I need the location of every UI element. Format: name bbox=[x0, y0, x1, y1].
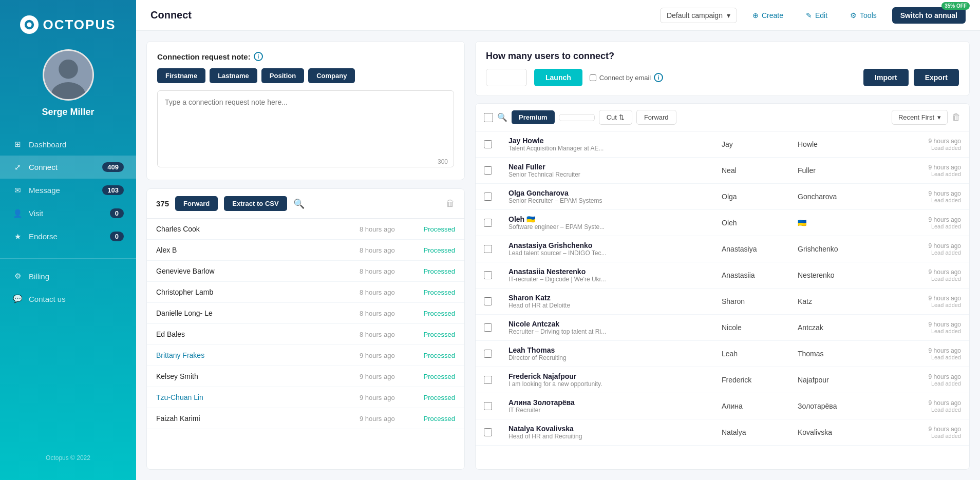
user-last-name: Katz bbox=[798, 297, 880, 305]
company-tag-button[interactable]: Company bbox=[308, 68, 355, 83]
list-item[interactable]: Danielle Long- Le 8 hours ago Processed bbox=[147, 303, 464, 324]
firstname-tag-button[interactable]: Firstname bbox=[157, 68, 205, 83]
table-row[interactable]: Neal Fuller Senior Technical Recruiter N… bbox=[476, 158, 969, 184]
user-first-name: Sharon bbox=[722, 297, 794, 305]
note-textarea[interactable] bbox=[157, 90, 454, 167]
table-row[interactable]: Oleh 🇺🇦 Software engineer – EPAM Syste..… bbox=[476, 210, 969, 236]
user-checkbox[interactable] bbox=[484, 428, 492, 436]
switch-annual-button[interactable]: 35% OFF Switch to annual bbox=[892, 7, 966, 24]
list-item[interactable]: Tzu-Chuan Lin 9 hours ago Processed bbox=[147, 387, 464, 408]
tools-button[interactable]: ⚙ Tools bbox=[843, 8, 884, 23]
premium-filter-button[interactable]: Premium bbox=[512, 110, 555, 124]
user-full-name: Natalya Kovalivska bbox=[508, 425, 718, 433]
lastname-tag-button[interactable]: Lastname bbox=[210, 68, 257, 83]
list-item-time: 8 hours ago bbox=[360, 289, 406, 296]
list-item[interactable]: Faizah Karimi 9 hours ago Processed bbox=[147, 408, 464, 429]
user-checkbox[interactable] bbox=[484, 323, 492, 332]
import-button[interactable]: Import bbox=[863, 69, 909, 86]
position-tag-button[interactable]: Position bbox=[261, 68, 304, 83]
connect-email-label[interactable]: Connect by email i bbox=[590, 73, 663, 82]
export-button[interactable]: Export bbox=[914, 69, 959, 86]
discount-badge: 35% OFF bbox=[941, 2, 970, 10]
user-info: Natalya Kovalivska Head of HR and Recrui… bbox=[508, 425, 718, 440]
table-row[interactable]: Nicole Antczak Recruiter – Driving top t… bbox=[476, 315, 969, 341]
table-row[interactable]: Anastasiia Nesterenko IT-recruiter – Dig… bbox=[476, 262, 969, 289]
user-checkbox[interactable] bbox=[484, 376, 492, 384]
logo: OCTOPUS bbox=[20, 15, 116, 34]
user-title: IT Recruiter bbox=[508, 407, 611, 414]
sidebar-item-contact[interactable]: 💬 Contact us bbox=[0, 287, 136, 310]
cut-button[interactable]: Cut ⇅ bbox=[599, 110, 632, 125]
user-checkbox[interactable] bbox=[484, 219, 492, 227]
user-last-name: Grishchenko bbox=[798, 245, 880, 253]
user-lead-status: Lead added bbox=[931, 328, 961, 334]
sidebar-item-connect[interactable]: ⤢ Connect 409 bbox=[0, 156, 136, 179]
user-last-name: Howle bbox=[798, 140, 880, 148]
search-icon[interactable]: 🔍 bbox=[293, 198, 305, 209]
table-row[interactable]: Frederick Najafpour I am looking for a n… bbox=[476, 367, 969, 393]
list-item[interactable]: Christopher Lamb 8 hours ago Processed bbox=[147, 282, 464, 303]
user-time-ago: 9 hours ago bbox=[929, 190, 961, 197]
list-item[interactable]: Charles Cook 8 hours ago Processed bbox=[147, 219, 464, 240]
connect-email-info-icon[interactable]: i bbox=[654, 73, 663, 82]
sidebar-item-message[interactable]: ✉ Message 103 bbox=[0, 179, 136, 202]
user-checkbox[interactable] bbox=[484, 140, 492, 148]
table-row[interactable]: Jay Howle Talent Acquisition Manager at … bbox=[476, 131, 969, 158]
table-trash-icon[interactable]: 🗑 bbox=[952, 112, 961, 123]
sidebar-item-endorse[interactable]: ★ Endorse 0 bbox=[0, 225, 136, 248]
info-icon[interactable]: i bbox=[254, 52, 263, 61]
user-count-input[interactable] bbox=[486, 69, 527, 86]
table-row[interactable]: Natalya Kovalivska Head of HR and Recrui… bbox=[476, 419, 969, 446]
user-checkbox[interactable] bbox=[484, 402, 492, 410]
forward-button[interactable]: Forward bbox=[175, 196, 218, 211]
extract-csv-button[interactable]: Extract to CSV bbox=[224, 196, 287, 211]
list-item[interactable]: Genevieve Barlow 8 hours ago Processed bbox=[147, 261, 464, 282]
launch-button[interactable]: Launch bbox=[534, 69, 582, 86]
user-info: Neal Fuller Senior Technical Recruiter bbox=[508, 163, 718, 178]
message-badge: 103 bbox=[102, 185, 124, 195]
list-item-name: Charles Cook bbox=[156, 225, 351, 233]
user-checkbox[interactable] bbox=[484, 245, 492, 253]
user-checkbox[interactable] bbox=[484, 271, 492, 279]
sort-select[interactable]: Recent First ▾ bbox=[892, 110, 948, 125]
table-row[interactable]: Anastasiya Grishchenko Lead talent sourc… bbox=[476, 236, 969, 262]
table-row[interactable]: Sharon Katz Head of HR at Deloitte Sharo… bbox=[476, 289, 969, 315]
edit-button[interactable]: ✎ Edit bbox=[799, 8, 835, 23]
list-item-status: Processed bbox=[414, 310, 455, 317]
table-row[interactable]: Leah Thomas Director of Recruiting Leah … bbox=[476, 341, 969, 367]
list-item[interactable]: Kelsey Smith 9 hours ago Processed bbox=[147, 366, 464, 387]
message-icon: ✉ bbox=[12, 186, 23, 195]
create-button[interactable]: ⊕ Create bbox=[745, 8, 790, 23]
visit-icon: 👤 bbox=[12, 209, 23, 218]
user-first-name: Natalya bbox=[722, 428, 794, 436]
list-item[interactable]: Alex B 8 hours ago Processed bbox=[147, 240, 464, 261]
select-all-checkbox[interactable] bbox=[484, 113, 493, 122]
user-checkbox[interactable] bbox=[484, 297, 492, 305]
list-item-status: Processed bbox=[414, 246, 455, 254]
sidebar-item-dashboard[interactable]: ⊞ Dashboard bbox=[0, 133, 136, 156]
user-lead-status: Lead added bbox=[931, 354, 961, 360]
user-checkbox[interactable] bbox=[484, 193, 492, 201]
list-item-status: Processed bbox=[414, 415, 455, 423]
list-item-name: Brittany Frakes bbox=[156, 351, 351, 359]
user-checkbox[interactable] bbox=[484, 350, 492, 358]
table-search-icon[interactable]: 🔍 bbox=[497, 112, 507, 122]
filter-inactive-button[interactable] bbox=[559, 114, 595, 121]
list-item[interactable]: Brittany Frakes 9 hours ago Processed bbox=[147, 345, 464, 366]
delete-icon[interactable]: 🗑 bbox=[446, 198, 455, 209]
user-checkbox[interactable] bbox=[484, 166, 492, 175]
table-row[interactable]: Olga Goncharova Senior Recruiter – EPAM … bbox=[476, 184, 969, 210]
note-textarea-wrapper: 300 bbox=[157, 90, 454, 169]
connect-email-checkbox[interactable] bbox=[590, 74, 596, 81]
user-lead-status: Lead added bbox=[931, 433, 961, 439]
user-title: Senior Recruiter – EPAM Systems bbox=[508, 197, 611, 204]
campaign-dropdown[interactable]: Default campaign ▾ bbox=[660, 8, 737, 23]
user-time-ago: 9 hours ago bbox=[929, 426, 961, 433]
list-item[interactable]: Ed Bales 8 hours ago Processed bbox=[147, 324, 464, 345]
table-row[interactable]: Алина Золотарёва IT Recruiter Алина Золо… bbox=[476, 393, 969, 419]
plus-icon: ⊕ bbox=[752, 11, 759, 20]
user-time-info: 9 hours ago Lead added bbox=[884, 138, 961, 151]
forward-filter-button[interactable]: Forward bbox=[636, 110, 676, 125]
sidebar-item-billing[interactable]: ⚙ Billing bbox=[0, 265, 136, 287]
sidebar-item-visit[interactable]: 👤 Visit 0 bbox=[0, 202, 136, 225]
